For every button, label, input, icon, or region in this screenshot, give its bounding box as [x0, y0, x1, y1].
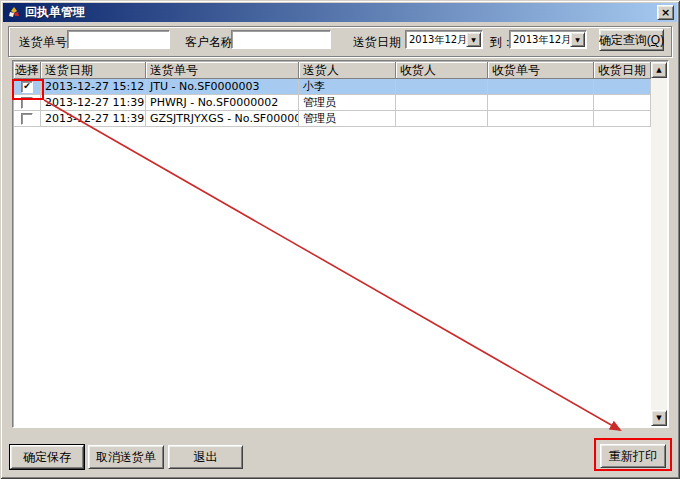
- grid-body: 选择 送货日期 送货单号 送货人 收货人 收货单号 收货日期 ✔ 2013-12…: [14, 62, 651, 426]
- cell-receiver: [396, 111, 488, 127]
- cell-delivery-date: 2013-12-27 11:39:58: [41, 95, 146, 111]
- cell-delivery-date: 2013-12-27 15:12:45: [41, 79, 146, 95]
- chevron-down-icon[interactable]: ▼: [570, 32, 585, 47]
- query-button-accesskey: Q: [651, 33, 660, 47]
- row-checkbox[interactable]: [21, 97, 33, 109]
- cancel-delivery-button[interactable]: 取消送货单: [88, 445, 164, 469]
- reprint-button[interactable]: 重新打印: [600, 444, 666, 468]
- cell-deliverer: 管理员: [299, 95, 396, 111]
- query-button-label: 确定查询(: [599, 32, 651, 49]
- check-icon: ✔: [23, 82, 31, 91]
- cell-deliverer: 管理员: [299, 111, 396, 127]
- row-checkbox[interactable]: ✔: [21, 81, 33, 93]
- table-row[interactable]: ✔ 2013-12-27 15:12:45 JTU - No.SF0000003…: [14, 79, 651, 95]
- query-button[interactable]: 确定查询(Q): [599, 29, 664, 51]
- exit-button[interactable]: 退出: [168, 445, 243, 469]
- scroll-down-button[interactable]: ▼: [651, 410, 667, 426]
- date-from-dropdown[interactable]: 2013年12月24日 ▼: [405, 30, 483, 49]
- search-panel: 送货单号： 客户名称： 送货日期： 2013年12月24日 ▼ 到： 2013年…: [8, 26, 672, 57]
- cell-receiver: [396, 79, 488, 95]
- grid-header-row: 选择 送货日期 送货单号 送货人 收货人 收货单号 收货日期: [14, 62, 651, 79]
- date-from-value: 2013年12月24日: [406, 33, 466, 47]
- cell-receipt-no: [488, 79, 594, 95]
- query-button-label-suffix: ): [660, 33, 664, 47]
- scroll-up-button[interactable]: ▲: [651, 62, 667, 78]
- app-icon: [7, 6, 21, 20]
- arrow-down-icon: ▼: [656, 415, 661, 422]
- customer-name-input[interactable]: [231, 30, 331, 49]
- vertical-scrollbar[interactable]: ▲ ▼: [651, 62, 667, 426]
- close-icon: ×: [661, 7, 670, 18]
- header-delivery-date[interactable]: 送货日期: [41, 62, 146, 79]
- cell-delivery-no: JTU - No.SF0000003: [146, 79, 299, 95]
- arrow-up-icon: ▲: [656, 67, 661, 74]
- title-bar[interactable]: 回执单管理 ×: [3, 3, 677, 22]
- window-title: 回执单管理: [25, 4, 85, 21]
- row-checkbox[interactable]: [21, 113, 33, 125]
- cell-receiver: [396, 95, 488, 111]
- cell-deliverer: 小李: [299, 79, 396, 95]
- save-button[interactable]: 确定保存: [10, 445, 84, 469]
- close-button[interactable]: ×: [657, 5, 674, 20]
- cell-receipt-no: [488, 111, 594, 127]
- delivery-no-input[interactable]: [67, 30, 170, 49]
- header-delivery-no[interactable]: 送货单号: [146, 62, 299, 79]
- cell-receipt-date: [594, 111, 651, 127]
- header-deliverer[interactable]: 送货人: [299, 62, 396, 79]
- header-select[interactable]: 选择: [14, 62, 41, 79]
- header-receiver[interactable]: 收货人: [396, 62, 488, 79]
- header-receipt-date[interactable]: 收货日期: [594, 62, 651, 79]
- table-row[interactable]: 2013-12-27 11:39:51 GZSJTRJYXGS - No.SF0…: [14, 111, 651, 127]
- cell-delivery-date: 2013-12-27 11:39:51: [41, 111, 146, 127]
- cell-receipt-date: [594, 95, 651, 111]
- cell-receipt-no: [488, 95, 594, 111]
- receipt-manager-window: 回执单管理 × 送货单号： 客户名称： 送货日期： 2013年12月24日 ▼ …: [0, 0, 680, 479]
- header-receipt-no[interactable]: 收货单号: [488, 62, 594, 79]
- delivery-grid: 选择 送货日期 送货单号 送货人 收货人 收货单号 收货日期 ✔ 2013-12…: [12, 60, 669, 428]
- delivery-date-label: 送货日期：: [353, 34, 413, 51]
- cell-delivery-no: GZSJTRJYXGS - No.SF0000002: [146, 111, 299, 127]
- cell-receipt-date: [594, 79, 651, 95]
- chevron-down-icon[interactable]: ▼: [466, 32, 481, 47]
- cell-delivery-no: PHWRJ - No.SF0000002: [146, 95, 299, 111]
- table-row[interactable]: 2013-12-27 11:39:58 PHWRJ - No.SF0000002…: [14, 95, 651, 111]
- date-to-value: 2013年12月27日: [510, 33, 570, 47]
- date-to-dropdown[interactable]: 2013年12月27日 ▼: [509, 30, 587, 49]
